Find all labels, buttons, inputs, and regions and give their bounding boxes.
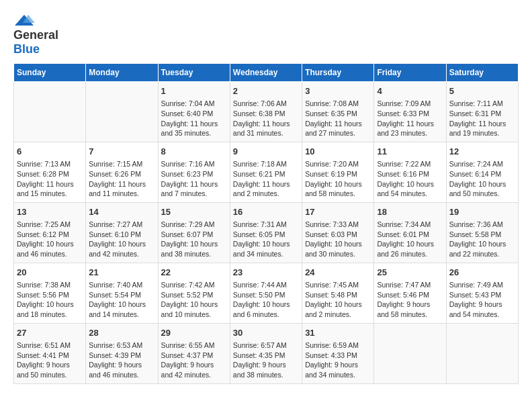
weekday-header-row: SundayMondayTuesdayWednesdayThursdayFrid… [14,64,519,82]
day-number: 3 [305,85,371,97]
day-info: Sunrise: 7:45 AMSunset: 5:48 PMDaylight:… [305,280,371,320]
day-number: 10 [305,146,371,158]
weekday-header: Friday [374,64,446,82]
calendar-week-row: 20Sunrise: 7:38 AMSunset: 5:56 PMDayligh… [14,263,519,323]
day-info: Sunrise: 6:51 AMSunset: 4:41 PMDaylight:… [17,340,83,380]
calendar-cell: 23Sunrise: 7:44 AMSunset: 5:50 PMDayligh… [230,263,302,323]
day-number: 19 [449,206,515,218]
calendar-cell: 28Sunrise: 6:53 AMSunset: 4:39 PMDayligh… [86,323,158,383]
weekday-header: Monday [86,64,158,82]
day-info: Sunrise: 7:36 AMSunset: 5:58 PMDaylight:… [449,220,515,259]
day-info: Sunrise: 7:49 AMSunset: 5:43 PMDaylight:… [449,280,515,320]
day-info: Sunrise: 6:53 AMSunset: 4:39 PMDaylight:… [89,340,154,380]
day-number: 31 [305,327,371,339]
day-info: Sunrise: 6:57 AMSunset: 4:35 PMDaylight:… [233,340,299,380]
day-info: Sunrise: 7:42 AMSunset: 5:52 PMDaylight:… [161,280,227,320]
calendar-cell: 9Sunrise: 7:18 AMSunset: 6:21 PMDaylight… [230,142,302,202]
weekday-header: Tuesday [158,64,230,82]
day-info: Sunrise: 6:59 AMSunset: 4:33 PMDaylight:… [305,340,371,380]
day-number: 30 [233,327,299,339]
calendar-cell: 16Sunrise: 7:31 AMSunset: 6:05 PMDayligh… [230,202,302,263]
calendar-cell: 29Sunrise: 6:55 AMSunset: 4:37 PMDayligh… [158,323,230,383]
day-info: Sunrise: 7:40 AMSunset: 5:54 PMDaylight:… [89,280,154,320]
day-number: 13 [17,206,83,218]
day-number: 15 [161,206,227,218]
day-info: Sunrise: 7:16 AMSunset: 6:23 PMDaylight:… [161,159,227,199]
day-number: 27 [17,327,83,339]
calendar-cell: 26Sunrise: 7:49 AMSunset: 5:43 PMDayligh… [446,263,518,323]
day-number: 17 [305,206,371,218]
day-info: Sunrise: 6:55 AMSunset: 4:37 PMDaylight:… [161,340,227,380]
day-number: 28 [89,327,154,339]
day-number: 11 [377,146,443,158]
logo-general: General [13,28,58,42]
calendar-cell: 1Sunrise: 7:04 AMSunset: 6:40 PMDaylight… [158,82,230,142]
calendar-cell [14,82,86,142]
day-number: 29 [161,327,227,339]
day-number: 21 [89,267,154,279]
calendar-cell: 22Sunrise: 7:42 AMSunset: 5:52 PMDayligh… [158,263,230,323]
logo: General Blue [13,13,58,56]
day-info: Sunrise: 7:22 AMSunset: 6:16 PMDaylight:… [377,159,443,199]
day-info: Sunrise: 7:31 AMSunset: 6:05 PMDaylight:… [233,220,299,259]
calendar-week-row: 6Sunrise: 7:13 AMSunset: 6:28 PMDaylight… [14,142,519,202]
calendar-cell: 5Sunrise: 7:11 AMSunset: 6:31 PMDaylight… [446,82,518,142]
calendar-cell: 13Sunrise: 7:25 AMSunset: 6:12 PMDayligh… [14,202,86,263]
logo-blue: Blue [13,42,40,56]
day-info: Sunrise: 7:04 AMSunset: 6:40 PMDaylight:… [161,99,227,138]
calendar-cell: 2Sunrise: 7:06 AMSunset: 6:38 PMDaylight… [230,82,302,142]
day-info: Sunrise: 7:15 AMSunset: 6:26 PMDaylight:… [89,159,154,199]
calendar-cell: 12Sunrise: 7:24 AMSunset: 6:14 PMDayligh… [446,142,518,202]
calendar-cell: 6Sunrise: 7:13 AMSunset: 6:28 PMDaylight… [14,142,86,202]
day-info: Sunrise: 7:18 AMSunset: 6:21 PMDaylight:… [233,159,299,199]
day-number: 26 [449,267,515,279]
calendar-cell: 25Sunrise: 7:47 AMSunset: 5:46 PMDayligh… [374,263,446,323]
day-info: Sunrise: 7:44 AMSunset: 5:50 PMDaylight:… [233,280,299,320]
calendar-cell: 14Sunrise: 7:27 AMSunset: 6:10 PMDayligh… [86,202,158,263]
calendar-cell: 8Sunrise: 7:16 AMSunset: 6:23 PMDaylight… [158,142,230,202]
calendar-cell: 31Sunrise: 6:59 AMSunset: 4:33 PMDayligh… [302,323,374,383]
day-number: 23 [233,267,299,279]
calendar-table: SundayMondayTuesdayWednesdayThursdayFrid… [13,63,519,384]
logo-icon [13,13,35,28]
calendar-cell: 21Sunrise: 7:40 AMSunset: 5:54 PMDayligh… [86,263,158,323]
calendar-cell: 10Sunrise: 7:20 AMSunset: 6:19 PMDayligh… [302,142,374,202]
day-number: 2 [233,85,299,97]
calendar-cell: 17Sunrise: 7:33 AMSunset: 6:03 PMDayligh… [302,202,374,263]
weekday-header: Thursday [302,64,374,82]
page-header: General Blue [13,13,519,56]
day-number: 14 [89,206,154,218]
day-info: Sunrise: 7:25 AMSunset: 6:12 PMDaylight:… [17,220,83,259]
weekday-header: Saturday [446,64,518,82]
calendar-cell [374,323,446,383]
calendar-cell: 20Sunrise: 7:38 AMSunset: 5:56 PMDayligh… [14,263,86,323]
day-number: 9 [233,146,299,158]
day-info: Sunrise: 7:29 AMSunset: 6:07 PMDaylight:… [161,220,227,259]
calendar-cell: 7Sunrise: 7:15 AMSunset: 6:26 PMDaylight… [86,142,158,202]
day-info: Sunrise: 7:34 AMSunset: 6:01 PMDaylight:… [377,220,443,259]
day-number: 16 [233,206,299,218]
day-number: 12 [449,146,515,158]
day-number: 1 [161,85,227,97]
calendar-cell: 4Sunrise: 7:09 AMSunset: 6:33 PMDaylight… [374,82,446,142]
day-info: Sunrise: 7:09 AMSunset: 6:33 PMDaylight:… [377,99,443,138]
day-number: 20 [17,267,83,279]
day-number: 18 [377,206,443,218]
day-info: Sunrise: 7:27 AMSunset: 6:10 PMDaylight:… [89,220,154,259]
weekday-header: Sunday [14,64,86,82]
day-number: 25 [377,267,443,279]
calendar-week-row: 13Sunrise: 7:25 AMSunset: 6:12 PMDayligh… [14,202,519,263]
day-info: Sunrise: 7:13 AMSunset: 6:28 PMDaylight:… [17,159,83,199]
calendar-cell: 27Sunrise: 6:51 AMSunset: 4:41 PMDayligh… [14,323,86,383]
calendar-cell: 19Sunrise: 7:36 AMSunset: 5:58 PMDayligh… [446,202,518,263]
day-info: Sunrise: 7:24 AMSunset: 6:14 PMDaylight:… [449,159,515,199]
calendar-cell: 30Sunrise: 6:57 AMSunset: 4:35 PMDayligh… [230,323,302,383]
calendar-week-row: 27Sunrise: 6:51 AMSunset: 4:41 PMDayligh… [14,323,519,383]
day-number: 6 [17,146,83,158]
day-info: Sunrise: 7:38 AMSunset: 5:56 PMDaylight:… [17,280,83,320]
calendar-cell: 18Sunrise: 7:34 AMSunset: 6:01 PMDayligh… [374,202,446,263]
day-number: 24 [305,267,371,279]
day-info: Sunrise: 7:33 AMSunset: 6:03 PMDaylight:… [305,220,371,259]
day-number: 8 [161,146,227,158]
calendar-week-row: 1Sunrise: 7:04 AMSunset: 6:40 PMDaylight… [14,82,519,142]
